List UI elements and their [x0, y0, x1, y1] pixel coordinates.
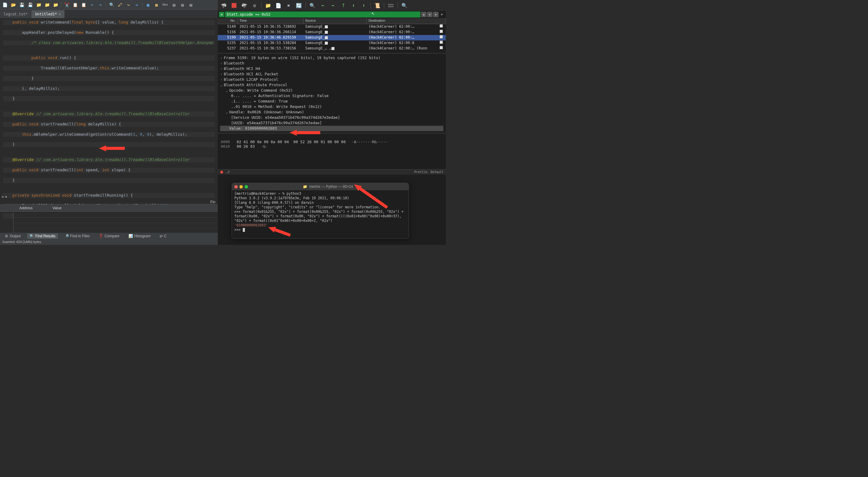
editor-tabstrip: logcat.txt* Untitled1* × — [0, 10, 218, 18]
wireshark-logo-icon[interactable]: 🦈 — [220, 2, 227, 9]
tool2-icon[interactable]: ▦ — [153, 1, 160, 8]
autoscroll-icon[interactable]: 📜 — [374, 2, 381, 9]
display-filter-bar: ≡ ✕ ▾ ▾ ＋ — [218, 11, 446, 18]
open-file-icon[interactable]: 📁 — [265, 2, 272, 9]
terminal-titlebar[interactable]: 📁mertrix — Python — 80×24 — [232, 183, 409, 190]
packet-row[interactable]: 5156 2021-05-15 10:36:36.266114 SamsungE… — [218, 30, 446, 35]
open-folder-icon[interactable]: 📂 — [10, 1, 17, 8]
col-value[interactable]: Value — [46, 205, 67, 211]
zoom-in-icon[interactable]: 🔍 — [401, 2, 408, 9]
goto-icon[interactable]: ↪ — [125, 1, 132, 8]
bookmark-filter-icon[interactable]: ≡ — [219, 12, 224, 17]
histogram-tab[interactable]: 📊Histogram — [126, 233, 153, 239]
status-text: ⎇ — [226, 170, 230, 174]
search-icon[interactable]: 🔍 — [108, 1, 115, 8]
col-source[interactable]: Source — [303, 18, 367, 24]
display-filter-input[interactable] — [225, 11, 421, 18]
clear-filter-icon[interactable]: ✕ — [421, 12, 427, 17]
find-packet-icon[interactable]: 🔍 — [309, 2, 316, 9]
redo-icon[interactable]: ↷ — [97, 1, 104, 8]
close-icon[interactable]: × — [59, 12, 61, 16]
restart-capture-icon[interactable]: 🦈 — [241, 2, 248, 9]
tree-meth[interactable]: ..01 0010 = Method: Write Request (0x12) — [220, 104, 443, 109]
folder3-icon[interactable]: 📁 — [52, 1, 59, 8]
editor-statusbar: Inserted: 424 [1A8h] bytes — [0, 240, 218, 245]
tree-l2cap[interactable]: Bluetooth L2CAP Protocol — [224, 77, 278, 82]
packet-details-tree[interactable]: ›Frame 5199: 19 bytes on wire (152 bits)… — [218, 53, 446, 133]
tree-auth[interactable]: 0... .... = Authentication Signature: Fa… — [220, 93, 443, 99]
editor-bottom-tabs: 🗎Output 🔍Find Results 🔎Find in Files ❓Co… — [0, 233, 218, 240]
editor-pane: 📄 📂 💾 💾 📁 📁 📁 ✂️ 📋 📋 ↶ ↷ 🔍 🖍 ↪ ↩ ▦ ▦ Hex… — [0, 0, 218, 245]
folder2-icon[interactable]: 📁 — [43, 1, 51, 8]
highlight-icon[interactable]: 🖍 — [116, 1, 124, 8]
add-filter-icon[interactable]: ＋ — [439, 12, 444, 17]
minimize-window-icon[interactable] — [240, 185, 243, 188]
tree-handle[interactable]: Handle: 0x0026 (Unknown: Unknown) — [229, 110, 304, 114]
tree-svc[interactable]: [Service UUID: e54eaa50371b476c99a374d26… — [220, 115, 443, 120]
paste-icon[interactable]: 📋 — [80, 1, 87, 8]
tree-bt[interactable]: Bluetooth — [224, 61, 244, 65]
tree-opcode[interactable]: Opcode: Write Command (0x52) — [229, 88, 293, 93]
tool4-icon[interactable]: ▤ — [179, 1, 186, 8]
tree-frame[interactable]: Frame 5199: 19 bytes on wire (152 bits),… — [224, 56, 380, 60]
packet-row[interactable]: 5199 2021-05-15 10:36:46.629150 SamsungE… — [218, 35, 446, 40]
col-no[interactable]: No. — [218, 18, 238, 24]
save-icon[interactable]: 💾 — [18, 1, 25, 8]
profile-label[interactable]: Profile: Default — [414, 170, 443, 174]
packet-row[interactable]: 5149 2021-05-15 10:36:35.728692 SamsungE… — [218, 24, 446, 30]
reload-icon[interactable]: 🔄 — [295, 2, 303, 9]
tree-h4[interactable]: Bluetooth HCI H4 — [224, 66, 260, 71]
col-destination[interactable]: Destination — [367, 18, 446, 24]
tab-label: Untitled1* — [35, 12, 57, 16]
wireshark-toolbar: 🦈 🦈 ⚙ 📁 📄 ✖ 🔄 🔍 ⬅ ➡ ⤒ ⬆ ⬇ 📜 🟰 🔍 — [218, 0, 446, 11]
tool5-icon[interactable]: ▤ — [187, 1, 194, 8]
save-file-icon[interactable]: 📄 — [275, 2, 282, 9]
cut-icon[interactable]: ✂️ — [63, 1, 70, 8]
compare-tab[interactable]: ❓Compare — [96, 233, 122, 239]
col-address[interactable]: Address — [13, 205, 46, 211]
recording-icon — [220, 171, 223, 174]
close-file-icon[interactable]: ✖ — [285, 2, 292, 9]
undo-icon[interactable]: ↶ — [88, 1, 96, 8]
go-forward-icon[interactable]: ➡ — [329, 2, 337, 9]
go-to-first-icon[interactable]: ⤒ — [340, 2, 347, 9]
tab-untitled1[interactable]: Untitled1* × — [31, 10, 65, 18]
packet-row[interactable]: 5237 2021-05-15 10:36:53.738156 SamsungE… — [218, 46, 446, 51]
tree-batt[interactable]: Bluetooth Attribute Protocol — [224, 83, 287, 87]
panel-close-icon[interactable]: ✕ ▾ — [1, 195, 7, 199]
go-up-icon[interactable]: ⬆ — [350, 2, 357, 9]
maximize-window-icon[interactable] — [245, 185, 248, 188]
copy-icon[interactable]: 📋 — [71, 1, 79, 8]
terminal-title: mertrix — Python — 80×24 — [309, 185, 353, 189]
filter-history-icon[interactable]: ▾ — [433, 12, 438, 17]
tool1-icon[interactable]: ▦ — [145, 1, 152, 8]
tree-cmd[interactable]: .1.. .... = Command: True — [220, 99, 443, 104]
go-down-icon[interactable]: ⬇ — [360, 2, 367, 9]
output-tab[interactable]: 🗎Output — [2, 233, 23, 239]
close-window-icon[interactable] — [234, 185, 238, 188]
tab-logcat[interactable]: logcat.txt* — [0, 10, 31, 18]
tool3-icon[interactable]: ▤ — [170, 1, 178, 8]
go-back-icon[interactable]: ⬅ — [319, 2, 326, 9]
tree-acl[interactable]: Bluetooth HCI ACL Packet — [224, 72, 278, 76]
find-in-files-tab[interactable]: 🔎Find in Files — [62, 233, 92, 239]
folder-icon[interactable]: 📁 — [35, 1, 42, 8]
packet-list[interactable]: 5149 2021-05-15 10:36:35.728692 SamsungE… — [218, 24, 446, 53]
terminal-body[interactable]: [mertrix@Hack4Career ~ % python3 Python … — [232, 190, 409, 233]
colorize-icon[interactable]: 🟰 — [387, 2, 395, 9]
nav-back-icon[interactable]: ↩ — [133, 1, 141, 8]
col-time[interactable]: Time — [238, 18, 303, 24]
new-file-icon[interactable]: 📄 — [1, 1, 8, 8]
results-table-body — [13, 212, 218, 234]
save-all-icon[interactable]: 💾 — [27, 1, 34, 8]
find-results-tab[interactable]: 🔍Find Results — [27, 233, 58, 239]
packet-bytes[interactable]: 0000 02 41 00 0e 00 0a 00 04 00 52 26 00… — [218, 133, 446, 169]
capture-options-icon[interactable]: ⚙ — [251, 2, 258, 9]
separator — [106, 2, 106, 7]
packet-row[interactable]: 5235 2021-05-15 10:36:53.538284 SamsungE… — [218, 40, 446, 46]
apply-filter-icon[interactable]: ▾ — [427, 12, 433, 17]
tree-value[interactable]: Value: 01000000002603 — [220, 126, 443, 131]
tree-uuid[interactable]: [UUID: e54eaa57371b476c99a374d267e3edae] — [220, 120, 443, 126]
stop-capture-icon[interactable] — [230, 2, 238, 9]
c-tab[interactable]: ⇄C — [157, 233, 169, 239]
